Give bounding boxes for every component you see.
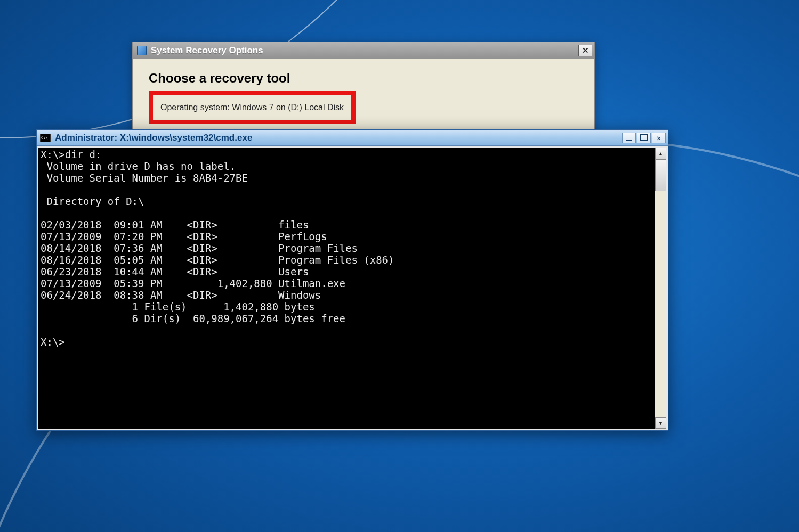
cmd-window: Administrator: X:\windows\system32\cmd.e… [36, 129, 668, 431]
scroll-down-button[interactable]: ▼ [655, 417, 666, 429]
os-line: Operating system: Windows 7 on (D:) Loca… [160, 103, 344, 112]
cmd-output: X:\>dir d: Volume in drive D has no labe… [41, 149, 664, 348]
cmd-body[interactable]: X:\>dir d: Volume in drive D has no labe… [38, 148, 666, 429]
vertical-scrollbar[interactable]: ▲ ▼ [655, 148, 666, 429]
close-button[interactable]: ✕ [578, 45, 592, 56]
recovery-icon [137, 46, 147, 55]
cmd-title: Administrator: X:\windows\system32\cmd.e… [55, 133, 622, 143]
recovery-titlebar[interactable]: System Recovery Options ✕ [133, 42, 594, 59]
cmd-titlebar[interactable]: Administrator: X:\windows\system32\cmd.e… [37, 130, 668, 146]
desktop-background: System Recovery Options ✕ Choose a recov… [0, 0, 799, 532]
scroll-track[interactable] [655, 191, 666, 417]
close-button[interactable]: ✕ [652, 133, 666, 143]
maximize-button[interactable] [637, 133, 651, 143]
scroll-up-button[interactable]: ▲ [655, 148, 666, 159]
cmd-icon [40, 134, 51, 142]
os-highlight-box: Operating system: Windows 7 on (D:) Loca… [149, 91, 356, 124]
scroll-thumb[interactable] [655, 159, 666, 191]
minimize-button[interactable] [622, 133, 636, 143]
recovery-title: System Recovery Options [151, 45, 578, 56]
cmd-body-wrap: X:\>dir d: Volume in drive D has no labe… [37, 146, 668, 430]
recovery-heading: Choose a recovery tool [149, 71, 578, 86]
